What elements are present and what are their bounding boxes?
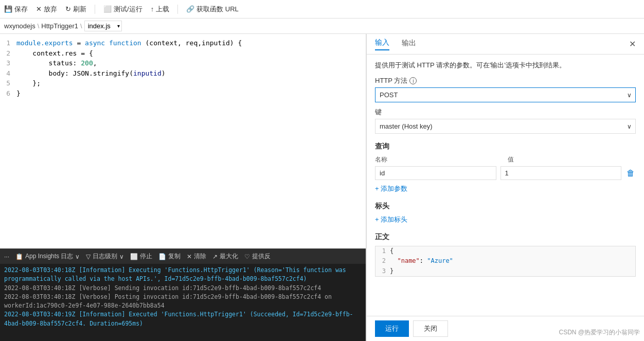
line-content: context.res = { bbox=[16, 48, 93, 59]
body-line-number: 3 bbox=[375, 266, 390, 276]
editor-panel: 1module.exports = async function (contex… bbox=[0, 34, 366, 341]
log-line: 2022-08-03T03:40:18Z [Verbose] Sending i… bbox=[4, 284, 362, 293]
code-line: 1module.exports = async function (contex… bbox=[0, 38, 366, 48]
token: module.exports bbox=[16, 39, 73, 47]
token: context.res = { bbox=[16, 49, 93, 57]
code-editor[interactable]: 1module.exports = async function (contex… bbox=[0, 34, 366, 248]
log-line: 2022-08-03T03:40:18Z [Verbose] Posting i… bbox=[4, 293, 362, 311]
test-run-button[interactable]: ⬜ 测试/运行 bbox=[103, 5, 142, 14]
tab-input[interactable]: 输入 bbox=[375, 38, 389, 50]
key-label: 键 bbox=[375, 107, 382, 117]
key-label-row: 键 bbox=[375, 107, 636, 117]
save-button[interactable]: 💾 保存 bbox=[4, 5, 28, 14]
body-section-label: 正文 bbox=[375, 232, 636, 242]
close-button[interactable]: ✕ bbox=[629, 39, 636, 49]
test-body: 提供用于测试 HTTP 请求的参数。可在'输出'选项卡中找到结果。 HTTP 方… bbox=[367, 55, 644, 316]
line-content: } bbox=[16, 88, 21, 99]
log-level-chevron: ∨ bbox=[119, 253, 124, 260]
token: async bbox=[85, 39, 105, 47]
feedback-button[interactable]: ♡ 提供反 bbox=[244, 252, 271, 261]
feedback-label: 提供反 bbox=[252, 252, 271, 261]
log-content[interactable]: 2022-08-03T03:40:18Z [Information] Execu… bbox=[0, 264, 366, 341]
code-line: 6} bbox=[0, 88, 366, 99]
line-content: module.exports = async function (context… bbox=[16, 38, 242, 48]
discard-icon: ✕ bbox=[36, 5, 42, 13]
app-insights-button[interactable]: 📋 App Insights 日志 ∨ bbox=[15, 252, 80, 261]
copy-button[interactable]: 📄 复制 bbox=[158, 252, 181, 261]
code-line: 4 body: JSON.stringify(inputid) bbox=[0, 68, 366, 79]
query-delete-button[interactable]: 🗑 bbox=[625, 168, 636, 179]
http-method-label-row: HTTP 方法 i bbox=[375, 76, 636, 85]
separator bbox=[95, 5, 95, 14]
log-line: 2022-08-03T03:40:18Z [Information] Execu… bbox=[4, 266, 362, 284]
discard-label: 放弃 bbox=[44, 5, 57, 14]
key-select[interactable]: master (Host key) default (Function key) bbox=[375, 119, 636, 134]
copy-icon: 📄 bbox=[158, 253, 166, 260]
maximize-icon: ↗ bbox=[212, 253, 218, 260]
ellipsis-icon: ··· bbox=[4, 253, 9, 260]
app-insights-chevron: ∨ bbox=[75, 253, 80, 260]
log-toolbar: ··· 📋 App Insights 日志 ∨ ▽ 日志级别 ∨ ⬜ 停止 bbox=[0, 248, 366, 264]
query-name-input[interactable] bbox=[375, 166, 496, 180]
token: 200 bbox=[81, 59, 93, 67]
maximize-button[interactable]: ↗ 最大化 bbox=[212, 252, 238, 261]
http-method-select-wrap[interactable]: POST GET PUT DELETE bbox=[375, 87, 636, 102]
refresh-button[interactable]: ↻ 刷新 bbox=[65, 5, 86, 14]
ellipsis-button[interactable]: ··· bbox=[4, 253, 9, 260]
log-level-button[interactable]: ▽ 日志级别 ∨ bbox=[86, 252, 124, 261]
add-param-button[interactable]: + 添加参数 bbox=[375, 184, 407, 193]
token: = bbox=[73, 39, 85, 47]
breadcrumb-file-select[interactable]: index.js bbox=[84, 21, 122, 31]
token: ) bbox=[162, 69, 166, 77]
body-line: 1{ bbox=[375, 246, 635, 256]
line-number: 5 bbox=[0, 78, 16, 88]
upload-button[interactable]: ↑ 上载 bbox=[151, 5, 170, 14]
upload-icon: ↑ bbox=[151, 5, 154, 13]
token: }; bbox=[16, 79, 41, 87]
heart-icon: ♡ bbox=[244, 253, 250, 260]
http-method-select[interactable]: POST GET PUT DELETE bbox=[375, 87, 636, 102]
get-url-button[interactable]: 🔗 获取函数 URL bbox=[186, 5, 239, 14]
token: } bbox=[16, 89, 21, 97]
clear-button[interactable]: ✕ 清除 bbox=[187, 252, 206, 261]
breadcrumb-sep1: \ bbox=[38, 22, 40, 30]
http-method-info-icon[interactable]: i bbox=[409, 77, 417, 84]
body-line-content: } bbox=[390, 266, 393, 276]
breadcrumb-project[interactable]: wxynodejs bbox=[4, 22, 35, 30]
query-name-header: 名称 bbox=[375, 155, 504, 164]
clear-icon: ✕ bbox=[187, 253, 192, 260]
separator2 bbox=[177, 5, 178, 14]
token: (context, req,inputid) { bbox=[141, 39, 242, 47]
stop-label: 停止 bbox=[140, 252, 152, 261]
breadcrumb: wxynodejs \ HttpTrigger1 \ index.js bbox=[0, 19, 644, 34]
add-header-button[interactable]: + 添加标头 bbox=[375, 215, 407, 224]
log-panel: ··· 📋 App Insights 日志 ∨ ▽ 日志级别 ∨ ⬜ 停止 bbox=[0, 248, 366, 341]
token: body: JSON.stringify( bbox=[16, 69, 133, 77]
maximize-label: 最大化 bbox=[220, 252, 238, 261]
body-line: 2 "name": "Azure" bbox=[375, 256, 635, 266]
body-line-number: 1 bbox=[375, 246, 390, 256]
copy-label: 复制 bbox=[168, 252, 181, 261]
tab-output[interactable]: 输出 bbox=[402, 39, 416, 50]
query-header: 名称 值 bbox=[375, 155, 636, 164]
stop-button[interactable]: ⬜ 停止 bbox=[130, 252, 152, 261]
token bbox=[105, 39, 109, 47]
clear-label: 清除 bbox=[194, 252, 206, 261]
get-url-label: 获取函数 URL bbox=[196, 5, 239, 14]
breadcrumb-file-wrap[interactable]: index.js bbox=[84, 21, 122, 31]
log-level-label: 日志级别 bbox=[93, 252, 117, 261]
body-editor[interactable]: 1{2 "name": "Azure"3} bbox=[375, 246, 636, 277]
close-panel-button[interactable]: 关闭 bbox=[413, 320, 448, 337]
line-content: body: JSON.stringify(inputid) bbox=[16, 68, 166, 79]
body-line-number: 2 bbox=[375, 256, 390, 266]
discard-button[interactable]: ✕ 放弃 bbox=[36, 5, 57, 14]
key-select-wrap[interactable]: master (Host key) default (Function key) bbox=[375, 119, 636, 134]
test-panel: 输入 输出 ✕ 提供用于测试 HTTP 请求的参数。可在'输出'选项卡中找到结果… bbox=[366, 34, 644, 341]
token: status: bbox=[16, 59, 81, 67]
run-button[interactable]: 运行 bbox=[375, 320, 409, 337]
query-value-input[interactable] bbox=[500, 166, 622, 180]
test-run-label: 测试/运行 bbox=[114, 5, 142, 14]
code-line: 2 context.res = { bbox=[0, 48, 366, 59]
breadcrumb-function[interactable]: HttpTrigger1 bbox=[41, 22, 78, 30]
test-header: 输入 输出 ✕ bbox=[367, 34, 644, 55]
